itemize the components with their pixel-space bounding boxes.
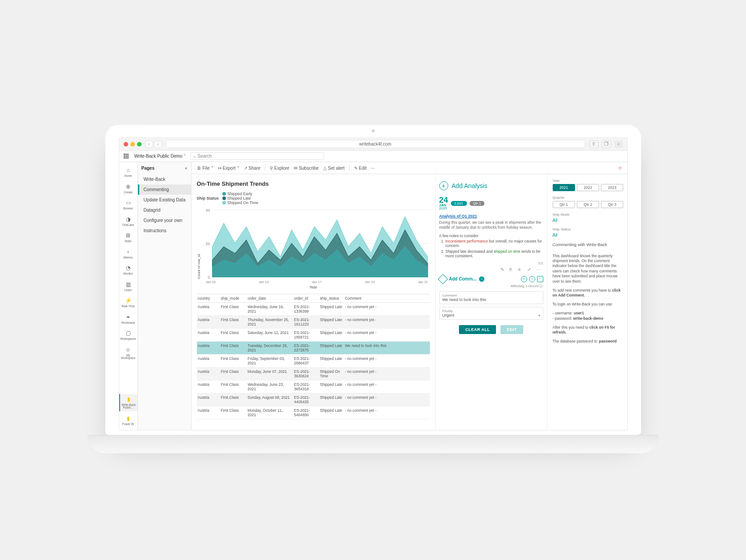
table-row[interactable]: AustriaFirst ClassTuesday, December 28, … xyxy=(197,342,430,355)
expand-icon[interactable]: ▫ xyxy=(537,276,543,282)
filter-analysis-icon[interactable]: ≡ xyxy=(518,267,525,272)
table-row[interactable]: AustriaFirst ClassSaturday, June 12, 202… xyxy=(197,329,430,342)
subscribe-button[interactable]: ✉Subscribe xyxy=(294,166,318,171)
window-min-dot[interactable] xyxy=(130,142,135,146)
url-bar[interactable]: writeback4t.com xyxy=(166,140,585,148)
page-item[interactable]: Configure your own xyxy=(138,215,191,226)
column-header[interactable]: order_date xyxy=(248,296,292,301)
copy-analysis-icon[interactable]: ⎘ xyxy=(509,267,516,272)
rail-item-create[interactable]: ⊕Create xyxy=(119,181,138,196)
edit-comment-button[interactable]: EDIT xyxy=(500,325,523,334)
more-menu[interactable]: ··· xyxy=(371,166,375,171)
rail-item-browse[interactable]: ▭Browse xyxy=(119,197,138,212)
browser-bar: ‹ › writeback4t.com ⇪ ❐ + xyxy=(119,138,627,150)
column-header[interactable]: order_id xyxy=(294,296,318,301)
legend-swatch xyxy=(222,192,226,196)
table-row[interactable]: AustriaFirst ClassMonday, October 11, 20… xyxy=(197,406,430,419)
tabs-icon[interactable]: ❐ xyxy=(601,140,611,148)
collapse-pages-icon[interactable]: « xyxy=(185,166,188,171)
slicer-pill[interactable]: 2023 xyxy=(601,184,623,191)
page-item[interactable]: Datagrid xyxy=(138,205,191,215)
quarter-chip: Qtr 1 xyxy=(470,201,485,206)
rail-item-workloads[interactable]: ⚭Workloads xyxy=(119,312,138,326)
rail-item-home[interactable]: ⌂Home xyxy=(119,165,138,180)
explore-button[interactable]: ⚲Explore xyxy=(270,166,289,171)
rail-item-onelake[interactable]: ◑OneLake xyxy=(119,214,138,229)
file-menu[interactable]: 🗎File ˅ xyxy=(197,166,213,171)
add-comment-button[interactable]: Add Comm... xyxy=(449,276,477,281)
rail-item-realtime[interactable]: ⚡Real-Time xyxy=(119,295,138,310)
clear-all-button[interactable]: CLEAR ALL xyxy=(459,325,496,334)
rail-item-monitor[interactable]: ◔Monitor xyxy=(119,263,138,277)
pages-title: Pages xyxy=(142,166,154,171)
table-row[interactable]: AustriaFirst ClassWednesday, June 23, 20… xyxy=(197,380,430,393)
table-row[interactable]: AustriaFirst ClassMonday, June 07, 2021E… xyxy=(197,368,430,380)
help-body: This dashboard shows the quarterly shipm… xyxy=(553,254,624,344)
refresh-icon[interactable]: ⟳ xyxy=(618,166,622,171)
workspace-title[interactable]: Write-Back Public Demo ˅ xyxy=(134,154,186,159)
rail-item-myws[interactable]: ☺My Workspace xyxy=(119,344,138,362)
add-analysis-button[interactable]: + Add Analysis xyxy=(439,179,543,196)
export-menu[interactable]: ↦Export ˅ xyxy=(218,166,239,171)
learn-icon: ▥ xyxy=(125,281,132,288)
info-icon[interactable]: i xyxy=(479,276,484,282)
priority-select[interactable]: Priority Urgent ▾ xyxy=(439,307,543,320)
rail-item-writeback-public[interactable]: ▮Write-Back Public ... xyxy=(119,394,138,411)
search-box[interactable]: ⌕ Search xyxy=(190,152,324,160)
plus-circle-icon: + xyxy=(439,181,448,190)
page-item[interactable]: Write-Back xyxy=(138,174,191,184)
page-item[interactable]: Commenting xyxy=(138,184,191,195)
rail-item-workspaces[interactable]: ▢Workspaces xyxy=(119,328,138,343)
analysis-body: During this quarter, we can see a peak i… xyxy=(439,218,543,234)
back-button[interactable]: ‹ xyxy=(145,141,153,148)
page-item[interactable]: Update Existing Data xyxy=(138,195,191,205)
shipmode-slicer[interactable]: All xyxy=(553,218,624,227)
open-analysis-icon[interactable]: ⤢ xyxy=(527,267,533,272)
zoom-in-icon[interactable]: + xyxy=(521,276,527,282)
share-icon[interactable]: ⇪ xyxy=(589,140,599,148)
column-header[interactable]: country xyxy=(198,296,219,301)
column-header[interactable]: ship_mode xyxy=(221,296,246,301)
table-row[interactable]: AustriaFirst ClassFriday, September 03, … xyxy=(197,355,430,368)
comment-field[interactable]: Comment We need to look into this xyxy=(439,291,543,304)
app-launcher-icon[interactable] xyxy=(124,154,130,159)
slicer-pill[interactable]: Qtr 2 xyxy=(577,201,599,208)
analysis-notes: A few notes to consider: Inconsistent pe… xyxy=(439,234,543,258)
edit-button[interactable]: ✎Edit xyxy=(354,166,367,171)
window-close-dot[interactable] xyxy=(124,142,128,146)
slicer-pill[interactable]: 2021 xyxy=(553,184,575,191)
legend-item[interactable]: Shipped Late xyxy=(222,196,258,201)
area-chart[interactable]: Count of row_id 02040 xyxy=(197,208,430,279)
rail-item-apps[interactable]: ⊞Apps xyxy=(119,230,138,245)
table-row[interactable]: AustriaFirst ClassSunday, August 08, 202… xyxy=(197,393,430,406)
analysis-link[interactable]: Analysis of Q1 2021 xyxy=(439,214,477,218)
set-alert-button[interactable]: △Set alert xyxy=(323,166,345,171)
data-table[interactable]: countryship_modeorder_dateorder_idship_s… xyxy=(197,294,430,419)
edit-analysis-icon[interactable]: ✎ xyxy=(500,267,507,272)
window-max-dot[interactable] xyxy=(137,142,142,146)
rail-item-metrics[interactable]: ♀Metrics xyxy=(119,247,138,261)
slicer-pill[interactable]: Qtr 1 xyxy=(553,201,575,208)
slicer-pill[interactable]: Qtr 3 xyxy=(601,201,623,208)
pages-pane: Pages « Write-BackCommentingUpdate Exist… xyxy=(138,162,192,430)
legend-item[interactable]: Shipped Early xyxy=(222,192,258,196)
analysis-pager: 1/1 xyxy=(439,259,543,267)
shipstatus-slicer[interactable]: All xyxy=(553,233,624,242)
column-header[interactable]: ship_status xyxy=(320,296,343,301)
table-row[interactable]: AustriaFirst ClassThursday, November 25,… xyxy=(197,316,430,329)
new-tab-button[interactable]: + xyxy=(615,141,623,148)
share-button[interactable]: ↗Share xyxy=(244,166,261,171)
home-icon: ⌂ xyxy=(125,167,132,174)
rail-item-learn[interactable]: ▥Learn xyxy=(119,279,138,294)
zoom-out-icon[interactable]: − xyxy=(529,276,535,282)
column-header[interactable]: Comment xyxy=(345,296,429,301)
more-analysis-icon[interactable]: ⋯ xyxy=(536,267,542,272)
year-slicer[interactable]: 202120222023 xyxy=(553,184,624,191)
forward-button[interactable]: › xyxy=(154,141,162,148)
table-row[interactable]: AustriaFirst ClassWednesday, June 16, 20… xyxy=(197,303,430,316)
rail-item-powerbi[interactable]: ▮Power BI xyxy=(119,413,138,428)
quarter-slicer[interactable]: Qtr 1Qtr 2Qtr 3 xyxy=(553,201,624,208)
page-item[interactable]: Instructions xyxy=(138,226,191,236)
slicer-pill[interactable]: 2022 xyxy=(577,184,599,191)
legend-item[interactable]: Shipped On Time xyxy=(222,201,258,205)
